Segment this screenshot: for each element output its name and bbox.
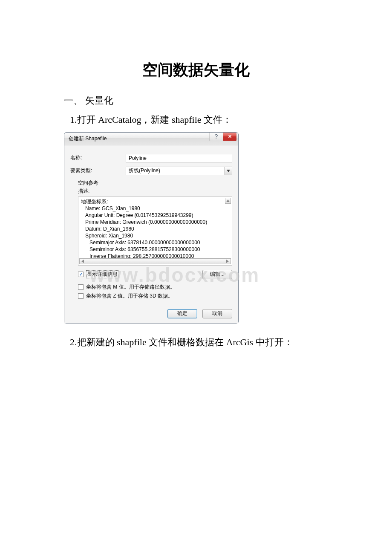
type-label: 要素类型: [70, 167, 126, 174]
cs-angular-unit: Angular Unit: Degree (0.0174532925199432… [81, 212, 229, 219]
feature-type-value[interactable] [126, 167, 225, 175]
ok-button[interactable]: 确定 [167, 309, 197, 318]
coordinate-system-description[interactable]: 地理坐标系: Name: GCS_Xian_1980 Angular Unit:… [78, 197, 232, 266]
scroll-right-button[interactable] [225, 259, 230, 263]
close-icon: ✕ [228, 134, 232, 139]
edit-button[interactable]: 编辑... [202, 270, 232, 279]
feature-type-combobox[interactable] [126, 167, 232, 175]
help-button[interactable]: ? [209, 133, 223, 141]
scroll-up-button[interactable] [225, 198, 231, 204]
m-values-checkbox[interactable] [78, 284, 84, 290]
name-input[interactable] [126, 154, 232, 162]
cs-name: Name: GCS_Xian_1980 [81, 205, 229, 212]
show-detail-label: 显示详细信息 [86, 270, 118, 278]
m-values-label: 坐标将包含 M 值。用于存储路径数据。 [86, 283, 175, 291]
help-icon: ? [215, 133, 218, 140]
horizontal-scrollbar[interactable] [79, 258, 231, 264]
section-heading: 一、 矢量化 [64, 92, 328, 108]
dialog-titlebar: 创建新 Shapefile ? ✕ [64, 133, 238, 145]
dialog-title: 创建新 Shapefile [69, 135, 107, 142]
cs-datum: Datum: D_Xian_1980 [81, 225, 229, 232]
cs-spheroid: Spheroid: Xian_1980 [81, 232, 229, 239]
z-values-label: 坐标将包含 Z 值。用于存储 3D 数据。 [86, 292, 173, 300]
close-button[interactable]: ✕ [223, 133, 236, 141]
description-label: 描述: [78, 188, 232, 195]
name-label: 名称: [70, 154, 126, 162]
cs-semimajor: Semimajor Axis: 6378140.0000000000000000… [81, 239, 229, 246]
cs-prime-meridian: Prime Meridian: Greenwich (0.00000000000… [81, 219, 229, 225]
scroll-left-button[interactable] [80, 259, 85, 263]
cancel-button[interactable]: 取消 [202, 309, 232, 318]
show-detail-checkbox[interactable]: ✓ [78, 272, 84, 277]
cs-heading: 地理坐标系: [81, 198, 229, 205]
spatial-ref-label: 空间参考 [78, 179, 232, 187]
dropdown-arrow-icon[interactable] [225, 167, 232, 175]
step-1-text: 1.打开 ArcCatalog，新建 shapfile 文件： [70, 112, 328, 127]
z-values-checkbox[interactable] [78, 293, 84, 299]
cs-semiminor: Semiminor Axis: 6356755.2881575283000000… [81, 246, 229, 253]
page-title: 空间数据矢量化 [64, 60, 328, 81]
step-2-text: 2.把新建的 shapfile 文件和栅格数据在 ArcGis 中打开： [70, 334, 328, 350]
create-shapefile-dialog: 创建新 Shapefile ? ✕ 名称: 要素类型: [64, 132, 239, 324]
